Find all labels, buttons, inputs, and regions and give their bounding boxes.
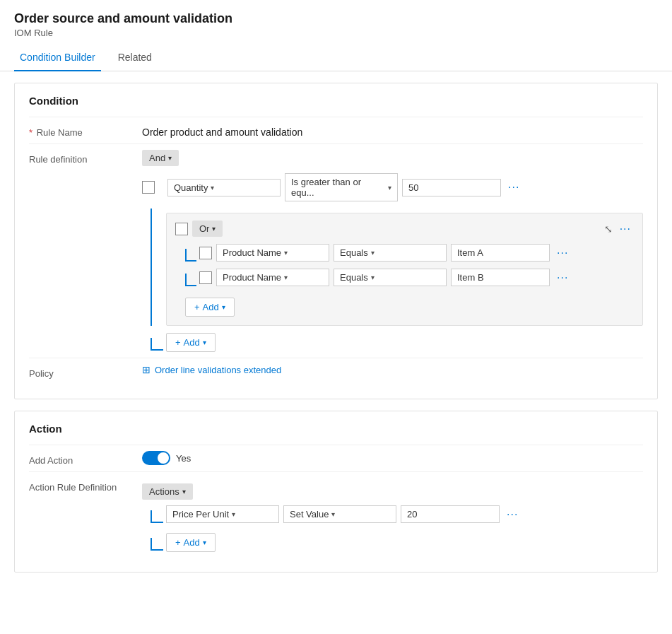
add-action-label: Add Action (29, 451, 142, 466)
quantity-operator-chevron-icon: ▾ (388, 184, 391, 192)
or-group-connector (151, 209, 163, 326)
outer-add-plus-icon: + (175, 337, 181, 348)
toggle-track (142, 451, 170, 465)
page-header: Order source and amount validation IOM R… (0, 0, 672, 41)
product2-field-dropdown[interactable]: Product Name ▾ (216, 269, 329, 286)
tab-related[interactable]: Related (112, 45, 158, 71)
rule-name-value: Order product and amount validation (142, 123, 643, 138)
and-button[interactable]: And ▾ (142, 150, 179, 166)
quantity-operator-dropdown[interactable]: Is greater than or equ... ▾ (285, 173, 398, 201)
toggle-yes-label: Yes (176, 453, 191, 464)
product1-operator-dropdown[interactable]: Equals ▾ (334, 244, 447, 262)
or-add-chevron-icon: ▾ (222, 303, 225, 311)
product1-value-input[interactable]: Item A (451, 244, 550, 262)
rule-definition-label: Rule definition (29, 150, 142, 165)
product2-more-button[interactable]: ··· (554, 270, 571, 286)
product1-field-dropdown[interactable]: Product Name ▾ (216, 244, 329, 262)
rule-name-label: * Rule Name (29, 123, 142, 138)
or-group-header: Or ▾ ⤡ ··· (175, 221, 634, 237)
action-rule-label: Action Rule Definition (29, 478, 142, 493)
actions-add-connector (151, 538, 163, 551)
or-group-wrapper: Or ▾ ⤡ ··· (151, 209, 643, 326)
actions-add-button[interactable]: + Add ▾ (166, 533, 216, 552)
rule-definition-row: Rule definition And ▾ Quantity ▾ (29, 143, 643, 358)
price-field-chevron-icon: ▾ (232, 510, 235, 518)
or-group-content: Or ▾ ⤡ ··· (166, 209, 643, 326)
outer-add-connector (151, 338, 163, 351)
actions-add-chevron-icon: ▾ (203, 539, 206, 546)
actions-button[interactable]: Actions ▾ (142, 483, 193, 500)
condition-group-outer: Quantity ▾ Is greater than or equ... ▾ 5… (142, 173, 643, 352)
tab-condition-builder[interactable]: Condition Builder (14, 45, 101, 71)
actions-add-wrap: + Add ▾ (151, 530, 643, 552)
price-operator-chevron-icon: ▾ (331, 510, 335, 518)
policy-value: ⊞ Order line validations extended (142, 364, 281, 375)
price-value-input[interactable]: 20 (401, 505, 500, 523)
quantity-more-button[interactable]: ··· (505, 180, 522, 195)
product2-connector (185, 274, 196, 286)
policy-label: Policy (29, 364, 142, 379)
product2-operator-dropdown[interactable]: Equals ▾ (334, 269, 447, 286)
product-row-1-wrapper: Product Name ▾ Equals ▾ Item A (185, 244, 634, 269)
action-section-title: Action (29, 423, 643, 435)
product2-field-chevron-icon: ▾ (284, 274, 288, 281)
add-action-toggle-wrap: Yes (142, 451, 191, 465)
page-title: Order source and amount validation (14, 11, 658, 26)
action-row-wrapper: Price Per Unit ▾ Set Value ▾ 20 ··· (151, 505, 643, 530)
or-more-button[interactable]: ··· (617, 221, 634, 237)
product-name-row-1: Product Name ▾ Equals ▾ Item A (199, 244, 571, 262)
product2-checkbox[interactable] (199, 271, 212, 284)
and-chevron-icon: ▾ (168, 154, 172, 162)
add-action-toggle[interactable] (142, 451, 170, 465)
product1-connector (185, 249, 196, 262)
page-subtitle: IOM Rule (14, 28, 658, 38)
quantity-field-chevron-icon: ▾ (211, 184, 214, 192)
add-action-row: Add Action Yes (29, 445, 643, 471)
tab-bar: Condition Builder Related (0, 44, 672, 71)
product-row-2-wrapper: Product Name ▾ Equals ▾ Item B (185, 269, 634, 293)
product1-checkbox[interactable] (199, 247, 212, 259)
product1-more-button[interactable]: ··· (554, 245, 571, 261)
condition-section-title: Condition (29, 95, 643, 107)
price-operator-dropdown[interactable]: Set Value ▾ (283, 505, 396, 523)
action-section: Action Add Action Yes Action Rule Defini… (14, 411, 658, 573)
or-checkbox[interactable] (175, 223, 188, 235)
or-group-add-button[interactable]: + Add ▾ (185, 298, 235, 317)
or-collapse-button[interactable]: ⤡ (604, 221, 613, 237)
outer-add-button[interactable]: + Add ▾ (166, 333, 216, 352)
quantity-checkbox[interactable] (142, 181, 155, 194)
actions-definition-area: Actions ▾ Price Per Unit ▾ Set Value ▾ (142, 483, 643, 552)
price-field-dropdown[interactable]: Price Per Unit ▾ (166, 505, 279, 523)
quantity-value-input[interactable]: 50 (402, 179, 501, 196)
condition-section: Condition * Rule Name Order product and … (14, 83, 658, 399)
or-add-plus-icon: + (194, 302, 200, 312)
product-name-row-2: Product Name ▾ Equals ▾ Item B (199, 269, 571, 286)
price-per-unit-row: Price Per Unit ▾ Set Value ▾ 20 ··· (166, 505, 521, 523)
product1-operator-chevron-icon: ▾ (371, 249, 375, 257)
actions-chevron-icon: ▾ (182, 488, 186, 495)
or-chevron-icon: ▾ (212, 225, 216, 233)
product1-field-chevron-icon: ▾ (284, 249, 288, 257)
quantity-field-dropdown[interactable]: Quantity ▾ (167, 179, 281, 196)
action-rule-row: Action Rule Definition Actions ▾ Price P… (29, 471, 643, 558)
outer-add-wrap: + Add ▾ (151, 330, 643, 352)
policy-link[interactable]: ⊞ Order line validations extended (142, 364, 281, 375)
required-star: * (29, 127, 33, 138)
outer-add-chevron-icon: ▾ (203, 339, 206, 346)
product2-operator-chevron-icon: ▾ (371, 274, 375, 281)
toggle-thumb (158, 452, 169, 464)
policy-icon: ⊞ (142, 364, 151, 375)
action-row-connector (151, 510, 163, 523)
actions-add-plus-icon: + (175, 537, 181, 548)
or-button[interactable]: Or ▾ (192, 221, 223, 237)
policy-row: Policy ⊞ Order line validations extended (29, 358, 643, 384)
price-more-button[interactable]: ··· (504, 507, 521, 522)
product2-value-input[interactable]: Item B (451, 269, 550, 286)
rule-name-row: * Rule Name Order product and amount val… (29, 117, 643, 143)
or-group-actions: ⤡ ··· (604, 221, 634, 237)
rule-definition-area: And ▾ Quantity ▾ Is greater than or equ.… (142, 150, 643, 352)
or-group-add-wrap: + Add ▾ (185, 295, 634, 317)
quantity-row: Quantity ▾ Is greater than or equ... ▾ 5… (142, 173, 643, 201)
or-group: Or ▾ ⤡ ··· (166, 213, 643, 326)
